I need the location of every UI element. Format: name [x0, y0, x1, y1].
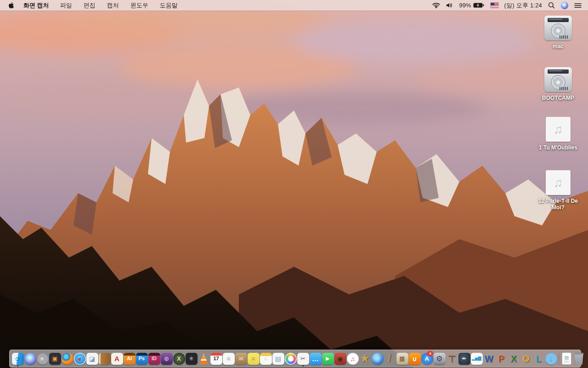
icon-topbar — [210, 353, 222, 356]
desktop-icon-audio-parle-t-il-de-moi[interactable]: ♫12 Parle-T-Il De Moi? — [529, 170, 587, 211]
active-app-name[interactable]: 화면 캡처 — [23, 1, 49, 10]
spotlight-menu[interactable] — [548, 2, 555, 9]
menubar-menus: 파일편집캡처윈도우도움말 — [60, 1, 178, 10]
desktop-icon-mac[interactable]: mac — [529, 16, 587, 50]
dock-photoshop[interactable]: Ps — [136, 351, 148, 367]
menubar-status: 99% (일) 오후 1:24 — [432, 1, 588, 10]
facetime-icon: ▶ — [322, 353, 334, 365]
ms-word-icon: W — [483, 353, 495, 365]
notification-center-menu[interactable] — [574, 3, 582, 8]
siri-menu[interactable] — [561, 2, 568, 9]
dock-keynote[interactable]: ⊤ — [446, 351, 458, 367]
dock-reminders[interactable]: ≡ — [222, 351, 235, 367]
battery-menu[interactable]: 99% — [459, 2, 485, 9]
dock-ms-excel[interactable]: X — [508, 351, 520, 367]
dock-preview[interactable]: ◪ — [86, 351, 98, 367]
dock-star-app[interactable]: ★ — [359, 351, 371, 367]
dock-disk-fan-utility[interactable]: ✳ — [185, 351, 198, 367]
mission-control-glyph: ▣ — [52, 356, 57, 362]
dock-launchpad[interactable]: ✈ — [36, 351, 49, 367]
grab-screen-capture-icon: ✂ — [297, 353, 309, 365]
ms-powerpoint-icon: P — [496, 353, 508, 365]
pages-glyph: ✒ — [462, 356, 467, 362]
dock-documents-app[interactable]: ▤ — [272, 351, 284, 367]
dock-firefox[interactable] — [61, 351, 74, 367]
messages-icon: … — [310, 353, 322, 365]
input-source-menu[interactable] — [491, 3, 498, 8]
indesign-glyph: ID — [152, 356, 157, 361]
document-file-icon: ▦ — [562, 353, 571, 364]
dock-ms-lync[interactable]: L — [532, 351, 545, 367]
system-preferences-glyph: ⚙ — [436, 355, 442, 362]
ms-outlook-icon: O — [520, 353, 532, 365]
desktop-icon-bootcamp[interactable]: BOOTCAMP — [529, 67, 587, 101]
dock-stickies[interactable]: ≡ — [247, 351, 260, 367]
photos-icon — [285, 353, 297, 365]
dock-collage-app[interactable]: ▦ — [396, 351, 408, 367]
dock-numbers[interactable]: ▂▅▇ — [470, 351, 483, 367]
dock-separator — [559, 352, 559, 365]
dock-x-utility[interactable]: X — [173, 351, 185, 367]
dock-indesign[interactable]: ID — [148, 351, 160, 367]
dock-notes[interactable]: ≡ — [260, 351, 272, 367]
ms-excel-icon: X — [508, 353, 520, 365]
dock-dvd-ripper[interactable]: ◎ — [371, 351, 384, 367]
dock-photos[interactable] — [284, 351, 297, 367]
menu-item-3[interactable]: 윈도우 — [130, 1, 148, 10]
volume-menu[interactable] — [446, 2, 453, 8]
illustrator-glyph: Ai — [127, 356, 132, 361]
music-note-glyph: ♫ — [554, 123, 563, 136]
menu-item-2[interactable]: 캡처 — [107, 1, 119, 10]
dock-garageband[interactable]: / — [384, 351, 396, 367]
dock-siri[interactable] — [24, 351, 36, 367]
dock-facetime[interactable]: ▶ — [322, 351, 334, 367]
dock-toast[interactable]: ⊙ — [160, 351, 173, 367]
star-app-icon: ★ — [359, 353, 371, 365]
apple-menu[interactable] — [8, 2, 14, 9]
dock-itunes[interactable]: ♫ — [346, 351, 359, 367]
dock-contacts[interactable] — [98, 351, 111, 367]
dock-acrobat[interactable]: A — [111, 351, 123, 367]
acrobat-icon: A — [111, 353, 123, 365]
dock-app-store[interactable]: A4 — [421, 351, 433, 367]
flag-canton — [491, 3, 494, 6]
dock-photo-booth[interactable]: ◉ — [334, 351, 346, 367]
menu-item-0[interactable]: 파일 — [60, 1, 72, 10]
dock-grab-screen-capture[interactable]: ✂ — [297, 351, 309, 367]
us-flag-icon — [491, 3, 498, 8]
dock-messages[interactable]: … — [309, 351, 322, 367]
dock-ms-word[interactable]: W — [483, 351, 495, 367]
dock-web-downloader[interactable]: ↓ — [545, 351, 557, 367]
wifi-menu[interactable] — [432, 2, 440, 8]
dock-illustrator[interactable]: Ai — [123, 351, 136, 367]
dock-ms-outlook[interactable]: O — [520, 351, 532, 367]
dock-system-preferences[interactable]: ⚙ — [433, 351, 446, 367]
dock-archive-box[interactable]: ✉ — [235, 351, 247, 367]
menu-item-4[interactable]: 도움말 — [160, 1, 178, 10]
dock-calendar[interactable]: 17 — [210, 351, 222, 367]
desktop-icon-audio-tu-moublies[interactable]: ♫1 Tu M'Oublies — [529, 117, 587, 151]
dock-pages[interactable]: ✒ — [458, 351, 470, 367]
acrobat-glyph: A — [114, 355, 119, 362]
desktop-icon-label: 12 Parle-T-Il De Moi? — [532, 198, 584, 211]
dock-vlc[interactable] — [198, 351, 210, 367]
dock-mission-control[interactable]: ▣ — [49, 351, 61, 367]
grab-screen-capture-glyph: ✂ — [300, 356, 305, 362]
dock-ms-powerpoint[interactable]: P — [495, 351, 508, 367]
ibooks-glyph: ∪ — [412, 356, 417, 362]
wallpaper-sierra-mountain — [0, 0, 588, 368]
icon-topbar — [148, 353, 160, 356]
siri-icon — [24, 353, 36, 365]
clock-menu[interactable]: (일) 오후 1:24 — [504, 1, 542, 10]
dock-ibooks[interactable]: ∪ — [408, 351, 421, 367]
pages-icon: ✒ — [458, 353, 470, 365]
menu-item-1[interactable]: 편집 — [84, 1, 96, 10]
indesign-icon: ID — [148, 353, 160, 365]
dock-document-file[interactable]: ▦ — [560, 351, 573, 367]
toast-icon: ⊙ — [161, 353, 173, 365]
dock-finder[interactable]: ☺ — [11, 351, 24, 367]
dock-trash-full[interactable] — [573, 351, 585, 367]
dvd-ripper-icon: ◎ — [372, 353, 384, 365]
dock-safari[interactable]: ▶ — [74, 351, 86, 367]
numbers-icon: ▂▅▇ — [471, 353, 483, 365]
